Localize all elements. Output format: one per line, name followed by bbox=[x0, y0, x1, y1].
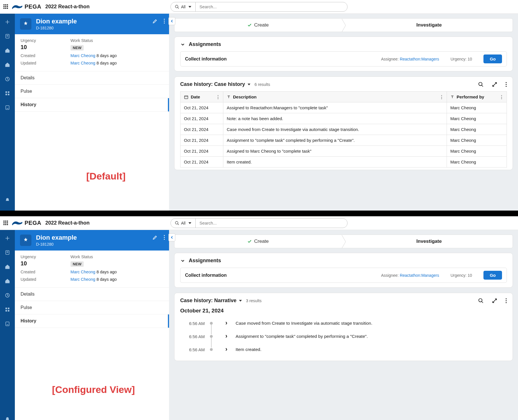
rail-home-icon[interactable] bbox=[4, 264, 11, 270]
rail-home2-icon[interactable] bbox=[4, 278, 11, 284]
expand-icon[interactable] bbox=[492, 298, 497, 304]
rail-explore-icon[interactable] bbox=[4, 76, 11, 82]
stage-investigate-label: Investigate bbox=[416, 22, 442, 28]
search-icon bbox=[175, 5, 179, 9]
updated-by-link[interactable]: Marc Cheong bbox=[71, 61, 95, 65]
tab-details[interactable]: Details bbox=[15, 288, 169, 301]
col-description[interactable]: Description⋮ bbox=[223, 92, 447, 102]
rail-doc-icon[interactable] bbox=[4, 249, 11, 256]
rail-explore-icon[interactable] bbox=[4, 292, 11, 298]
search-input[interactable] bbox=[196, 221, 347, 225]
assignee-label: Assignee: bbox=[381, 57, 399, 61]
col-menu-icon[interactable]: ⋮ bbox=[439, 94, 444, 100]
tab-history[interactable]: History bbox=[15, 98, 169, 112]
search-scope-dropdown[interactable]: All bbox=[171, 219, 196, 228]
rail-home-icon[interactable] bbox=[4, 47, 11, 54]
kebab-menu-icon[interactable] bbox=[505, 298, 507, 304]
search-input[interactable] bbox=[196, 4, 347, 9]
stage-create[interactable]: Create bbox=[174, 235, 342, 248]
col-date[interactable]: Date⋮ bbox=[180, 92, 223, 102]
svg-rect-9 bbox=[8, 94, 9, 95]
assignment-row: Collect information Assignee: Reactathon… bbox=[180, 51, 507, 66]
search-icon[interactable] bbox=[478, 298, 484, 304]
svg-rect-6 bbox=[5, 91, 7, 93]
created-by-link[interactable]: Marc Cheong bbox=[71, 53, 95, 58]
kebab-menu-icon[interactable] bbox=[164, 235, 165, 240]
chevron-down-icon[interactable] bbox=[180, 258, 185, 263]
rail-report-icon[interactable] bbox=[4, 321, 11, 327]
search-icon[interactable] bbox=[478, 82, 484, 87]
timeline-time: 6:56 AM bbox=[182, 321, 205, 326]
svg-rect-29 bbox=[8, 308, 9, 309]
tab-pulse[interactable]: Pulse bbox=[15, 85, 169, 98]
global-search[interactable]: All bbox=[170, 218, 348, 228]
edit-icon[interactable] bbox=[152, 235, 158, 240]
chevron-right-icon[interactable] bbox=[225, 320, 230, 327]
rail-create-icon[interactable] bbox=[4, 235, 11, 241]
stage-create[interactable]: Create bbox=[174, 19, 342, 32]
history-results-count: 3 results bbox=[246, 298, 262, 303]
apps-launcher-icon[interactable] bbox=[3, 221, 9, 226]
chevron-right-icon[interactable] bbox=[225, 346, 230, 353]
updated-by-link[interactable]: Marc Cheong bbox=[71, 277, 95, 282]
case-summary: Urgency 10 Created Updated Work Status N… bbox=[15, 34, 169, 71]
col-menu-icon[interactable]: ⋮ bbox=[499, 94, 504, 100]
rail-grid-icon[interactable] bbox=[4, 90, 11, 96]
main-content-default: Create Investigate Assignments Collect i… bbox=[169, 14, 518, 211]
table-row: Oct 21, 2024Item created.Marc Cheong bbox=[180, 157, 507, 167]
rail-create-icon[interactable] bbox=[4, 19, 11, 25]
rail-report-icon[interactable] bbox=[4, 104, 11, 111]
caret-down-icon bbox=[188, 222, 191, 224]
expand-icon[interactable] bbox=[492, 82, 497, 87]
tab-details[interactable]: Details bbox=[15, 71, 169, 85]
case-id: D-181280 bbox=[36, 26, 77, 30]
stage-investigate[interactable]: Investigate bbox=[346, 235, 513, 248]
case-summary-panel: Dion example D-181280 Urgency 10 Created… bbox=[15, 14, 169, 211]
assignments-heading: Assignments bbox=[189, 258, 221, 264]
text-icon bbox=[450, 95, 454, 99]
case-summary: Urgency 10 Created Updated Work Status N… bbox=[15, 251, 169, 288]
go-button[interactable]: Go bbox=[483, 54, 502, 63]
rail-doc-icon[interactable] bbox=[4, 33, 11, 39]
chevron-right-icon[interactable] bbox=[225, 333, 230, 340]
chevron-down-icon[interactable] bbox=[180, 42, 185, 47]
table-row: Oct 21, 2024Assigned to Marc Cheong to "… bbox=[180, 146, 507, 157]
svg-line-16 bbox=[482, 85, 483, 86]
svg-rect-30 bbox=[5, 310, 7, 312]
global-search[interactable]: All bbox=[170, 2, 348, 12]
rail-grid-icon[interactable] bbox=[4, 306, 11, 313]
case-type-icon bbox=[20, 235, 31, 246]
rail-home2-icon[interactable] bbox=[4, 62, 11, 68]
svg-point-37 bbox=[479, 298, 482, 302]
rail-notifications-icon[interactable] bbox=[4, 416, 11, 420]
updated-ago: 8 days ago bbox=[97, 61, 117, 65]
check-icon bbox=[247, 239, 252, 244]
history-title[interactable]: Case history: Narrative bbox=[180, 298, 242, 304]
table-row: Oct 21, 2024Note: a note has been added.… bbox=[180, 113, 507, 124]
col-menu-icon[interactable]: ⋮ bbox=[216, 94, 220, 100]
timeline-row: 6:56 AM Case moved from Create to Invest… bbox=[182, 317, 507, 330]
check-icon bbox=[247, 23, 252, 27]
go-button[interactable]: Go bbox=[483, 271, 502, 280]
assignee-link[interactable]: Reactathon:Managers bbox=[400, 57, 439, 61]
col-performed-by[interactable]: Performed by⋮ bbox=[447, 92, 507, 102]
narrative-date-heading: October 21, 2024 bbox=[180, 308, 507, 314]
brand-text: PEGA bbox=[25, 3, 41, 10]
search-scope-dropdown[interactable]: All bbox=[171, 2, 196, 11]
tab-pulse[interactable]: Pulse bbox=[15, 301, 169, 314]
created-label: Created bbox=[21, 53, 36, 58]
stage-investigate[interactable]: Investigate bbox=[346, 19, 513, 32]
assignee-link[interactable]: Reactathon:Managers bbox=[400, 273, 439, 278]
created-by-link[interactable]: Marc Cheong bbox=[71, 270, 95, 274]
timeline-dot-icon bbox=[210, 322, 213, 325]
workstatus-badge: NEW bbox=[71, 261, 84, 267]
case-tabs: Details Pulse History bbox=[15, 288, 169, 328]
rail-notifications-icon[interactable] bbox=[4, 197, 11, 203]
apps-launcher-icon[interactable] bbox=[3, 4, 9, 9]
edit-icon[interactable] bbox=[152, 18, 158, 24]
kebab-menu-icon[interactable] bbox=[164, 18, 165, 24]
history-title[interactable]: Case history: Case history bbox=[180, 81, 250, 87]
kebab-menu-icon[interactable] bbox=[505, 82, 507, 87]
tab-history[interactable]: History bbox=[15, 314, 169, 328]
overlay-configured-label: [Configured View] bbox=[52, 384, 135, 395]
